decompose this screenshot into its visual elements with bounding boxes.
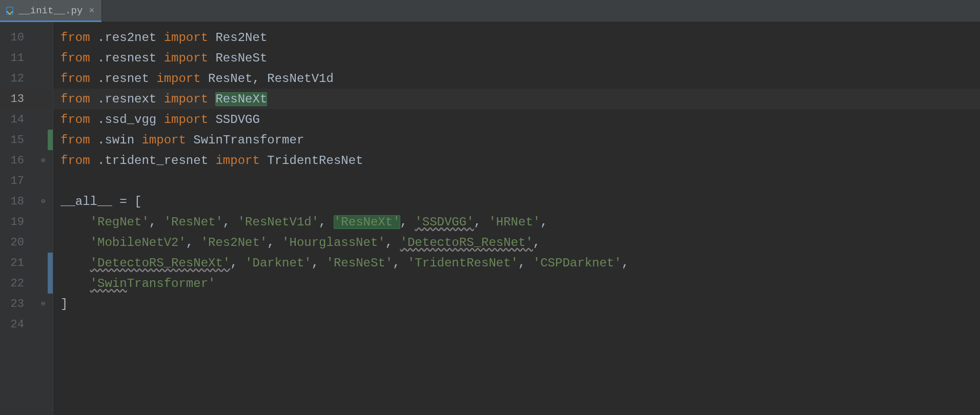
string-literal: 'SSDVGG' — [415, 215, 474, 229]
operator: , — [385, 236, 400, 250]
operator: , — [267, 236, 282, 250]
string-literal: 'ResNet' — [164, 215, 223, 229]
identifier — [60, 318, 68, 331]
operator: , — [518, 256, 533, 270]
string-literal: 'Res2Net' — [201, 236, 268, 250]
gutter-line-number[interactable]: 21 — [0, 253, 53, 273]
identifier: SwinTransformer — [193, 133, 304, 147]
vcs-marker[interactable] — [48, 130, 53, 150]
string-literal: 'TridentResNet' — [407, 256, 518, 270]
fold-icon[interactable]: ⊖ — [39, 300, 47, 307]
gutter-line-number[interactable]: 15 — [0, 130, 53, 150]
code-line[interactable]: 'MobileNetV2', 'Res2Net', 'HourglassNet'… — [60, 232, 980, 253]
keyword: import — [215, 154, 267, 168]
code-line[interactable] — [60, 171, 980, 191]
gutter: 10111213141516⊖1718⊖1920212223⊖24 — [0, 22, 53, 415]
fold-icon[interactable]: ⊖ — [39, 157, 47, 164]
gutter-line-number[interactable]: 13 — [0, 89, 53, 109]
python-file-icon — [5, 6, 14, 15]
string-literal: 'ResNeXt' — [334, 215, 400, 229]
code-line[interactable]: from .resnet import ResNet, ResNetV1d — [60, 68, 980, 89]
identifier — [60, 174, 68, 188]
keyword: from — [60, 113, 97, 127]
string-literal: 'CSPDarknet' — [533, 256, 622, 270]
operator: = — [112, 195, 134, 209]
code-line[interactable]: 'RegNet', 'ResNet', 'ResNetV1d', 'ResNeX… — [60, 212, 980, 232]
string-literal: 'MobileNetV2' — [90, 236, 186, 250]
code-line[interactable]: 'SwinTransformer' — [60, 273, 980, 294]
string-literal: 'DetectoRS_ResNeXt' — [90, 256, 231, 270]
identifier: TridentResNet — [267, 154, 363, 168]
string-literal: 'DetectoRS_ResNet' — [400, 236, 533, 250]
identifier — [60, 256, 90, 270]
keyword: import — [164, 113, 216, 127]
gutter-line-number[interactable]: 24 — [0, 314, 53, 335]
operator: , — [474, 215, 489, 229]
code-line[interactable]: from .resnext import ResNeXt — [60, 89, 980, 109]
identifier: .trident_resnet — [97, 154, 215, 168]
code-line[interactable] — [60, 314, 980, 335]
operator: , — [319, 215, 334, 229]
string-literal: 'Swin — [90, 277, 127, 291]
operator: ] — [60, 297, 68, 311]
identifier: ResNeSt — [215, 51, 267, 65]
string-literal: 'ResNetV1d' — [238, 215, 319, 229]
tab-file[interactable]: __init__.py × — [0, 0, 102, 22]
identifier — [60, 277, 90, 291]
gutter-line-number[interactable]: 23⊖ — [0, 294, 53, 314]
gutter-line-number[interactable]: 20 — [0, 232, 53, 253]
identifier: .resnext — [97, 92, 164, 106]
operator: , — [533, 236, 540, 250]
operator: , — [622, 256, 629, 270]
keyword: from — [60, 133, 97, 147]
close-icon[interactable]: × — [87, 6, 94, 16]
keyword: import — [164, 92, 216, 106]
keyword: import — [164, 51, 216, 65]
code-line[interactable]: from .trident_resnet import TridentResNe… — [60, 150, 980, 171]
identifier: .swin — [97, 133, 141, 147]
code-line[interactable]: 'DetectoRS_ResNeXt', 'Darknet', 'ResNeSt… — [60, 253, 980, 273]
vcs-marker[interactable] — [48, 253, 53, 273]
operator: , — [393, 256, 407, 270]
code-line[interactable]: from .ssd_vgg import SSDVGG — [60, 109, 980, 130]
gutter-line-number[interactable]: 19 — [0, 212, 53, 232]
operator: [ — [134, 195, 141, 209]
vcs-marker[interactable] — [48, 273, 53, 294]
code-line[interactable]: ] — [60, 294, 980, 314]
editor: 10111213141516⊖1718⊖1920212223⊖24 from .… — [0, 22, 980, 415]
code-line[interactable]: from .resnest import ResNeSt — [60, 48, 980, 68]
operator: , — [149, 215, 164, 229]
string-literal: Transformer' — [127, 277, 216, 291]
identifier: ResNet, ResNetV1d — [208, 72, 334, 86]
keyword: import — [141, 133, 193, 147]
code-pane[interactable]: from .res2net import Res2Netfrom .resnes… — [53, 22, 980, 415]
gutter-line-number[interactable]: 16⊖ — [0, 150, 53, 171]
identifier: .res2net — [97, 31, 164, 45]
fold-icon[interactable]: ⊖ — [39, 198, 47, 205]
keyword: import — [164, 31, 216, 45]
identifier: SSDVGG — [215, 113, 259, 127]
code-line[interactable]: from .swin import SwinTransformer — [60, 130, 980, 150]
gutter-line-number[interactable]: 12 — [0, 68, 53, 89]
identifier: __all__ — [60, 195, 112, 209]
identifier — [60, 215, 90, 229]
string-literal: 'ResNeSt' — [326, 256, 393, 270]
string-literal: 'HRNet' — [488, 215, 540, 229]
gutter-line-number[interactable]: 11 — [0, 48, 53, 68]
identifier: .ssd_vgg — [97, 113, 164, 127]
string-literal: 'Darknet' — [245, 256, 312, 270]
code-line[interactable]: from .res2net import Res2Net — [60, 27, 980, 48]
code-line[interactable]: __all__ = [ — [60, 191, 980, 212]
gutter-line-number[interactable]: 22 — [0, 273, 53, 294]
identifier: ResNeXt — [215, 92, 267, 106]
identifier: .resnet — [97, 72, 156, 86]
keyword: from — [60, 72, 97, 86]
identifier — [60, 236, 90, 250]
string-literal: 'HourglassNet' — [282, 236, 385, 250]
gutter-line-number[interactable]: 17 — [0, 171, 53, 191]
gutter-line-number[interactable]: 14 — [0, 109, 53, 130]
keyword: from — [60, 31, 97, 45]
gutter-line-number[interactable]: 10 — [0, 27, 53, 48]
operator: , — [230, 256, 245, 270]
gutter-line-number[interactable]: 18⊖ — [0, 191, 53, 212]
